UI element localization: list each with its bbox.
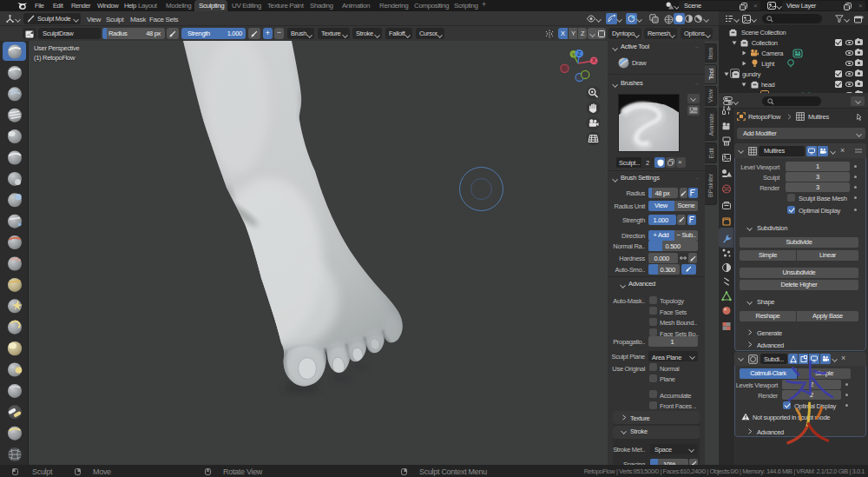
svg-text:X: X — [592, 57, 596, 63]
svg-text:Y: Y — [572, 52, 575, 57]
svg-text:Z: Z — [577, 50, 581, 56]
